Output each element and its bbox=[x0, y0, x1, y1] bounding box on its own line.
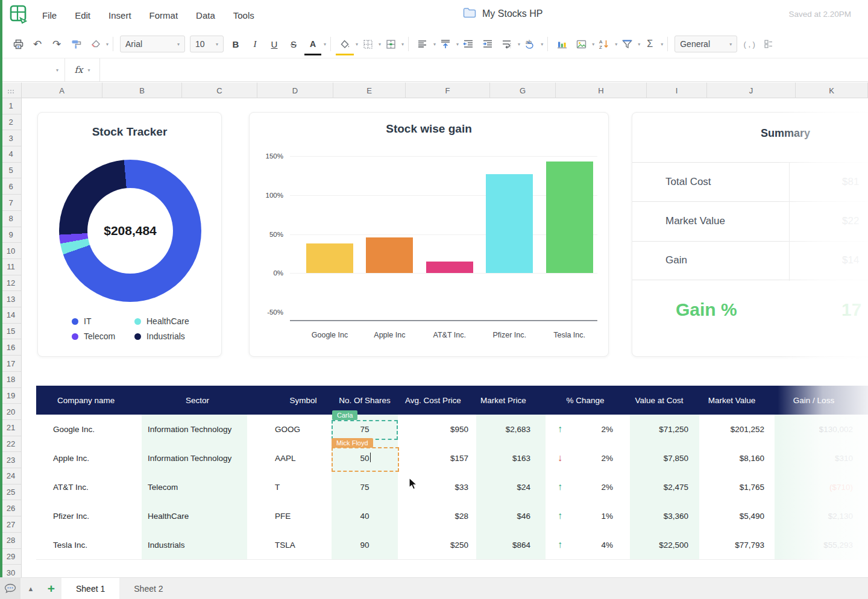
filter-caret[interactable]: ▾ bbox=[638, 42, 640, 47]
chat-button[interactable] bbox=[0, 578, 20, 599]
cell[interactable]: $1,765 bbox=[699, 472, 775, 501]
cell[interactable]: T bbox=[247, 472, 332, 501]
row-header-5[interactable]: 5 bbox=[0, 163, 22, 179]
cell[interactable]: $7,850 bbox=[630, 444, 699, 472]
row-header-21[interactable]: 21 bbox=[0, 420, 22, 436]
strikethrough-button[interactable]: S bbox=[286, 35, 301, 53]
row-header-24[interactable]: 24 bbox=[0, 468, 22, 485]
vertical-align-caret[interactable]: ▾ bbox=[456, 42, 459, 47]
header-sector[interactable]: Sector bbox=[142, 386, 247, 415]
cell[interactable]: $46 bbox=[476, 501, 546, 530]
cell[interactable]: ↑2% bbox=[546, 472, 630, 501]
row-header-27[interactable]: 27 bbox=[0, 516, 22, 533]
cell[interactable]: $950 bbox=[398, 415, 476, 444]
text-color-caret[interactable]: ▾ bbox=[324, 42, 326, 47]
decrease-indent-icon[interactable] bbox=[461, 35, 476, 53]
number-format-select[interactable]: General▾ bbox=[675, 36, 737, 52]
underline-button[interactable]: U bbox=[266, 35, 282, 53]
tab-sheet-1[interactable]: Sheet 1 bbox=[61, 578, 119, 599]
row-header-20[interactable]: 20 bbox=[0, 404, 22, 420]
cell[interactable]: $310 bbox=[775, 444, 868, 472]
sort-caret[interactable]: ▾ bbox=[615, 42, 617, 47]
cell[interactable]: Information Technology bbox=[142, 415, 247, 444]
add-sheet-button[interactable]: + bbox=[41, 578, 61, 599]
row-header-18[interactable]: 18 bbox=[0, 372, 22, 388]
cell[interactable]: $2,475 bbox=[630, 472, 699, 501]
cell[interactable]: $2,130 bbox=[775, 501, 868, 530]
cell[interactable]: HealthCare bbox=[142, 501, 247, 530]
row-header-28[interactable]: 28 bbox=[0, 533, 22, 549]
row-header-29[interactable]: 29 bbox=[0, 549, 22, 565]
cell[interactable]: ↑4% bbox=[546, 530, 630, 559]
column-header-H[interactable]: H bbox=[556, 83, 647, 98]
insert-image-caret[interactable]: ▾ bbox=[592, 42, 594, 47]
bold-button[interactable]: B bbox=[228, 35, 244, 53]
header-market-value[interactable]: Market Value bbox=[699, 386, 775, 415]
select-all-corner[interactable] bbox=[0, 83, 22, 98]
clear-format-icon[interactable] bbox=[87, 35, 103, 53]
row-header-15[interactable]: 15 bbox=[0, 324, 22, 340]
text-color-button[interactable]: A bbox=[305, 35, 321, 53]
header-gain-loss[interactable]: Gain / Loss bbox=[775, 386, 868, 415]
stock-gain-chart-card[interactable]: Stock wise gain 150%100%50%0%-50%Google … bbox=[249, 112, 609, 357]
column-header-K[interactable]: K bbox=[796, 83, 868, 98]
cell[interactable]: Industrials bbox=[142, 530, 247, 559]
table-row-t[interactable]: AT&T Inc.TelecomT75$33$24↑2%$2,475$1,765… bbox=[36, 472, 868, 501]
column-header-D[interactable]: D bbox=[257, 83, 333, 98]
italic-button[interactable]: I bbox=[247, 35, 263, 53]
column-header-J[interactable]: J bbox=[707, 83, 796, 98]
font-size-select[interactable]: 10▾ bbox=[190, 36, 224, 52]
filter-icon[interactable] bbox=[619, 35, 635, 53]
cell[interactable]: Pfizer Inc. bbox=[36, 501, 142, 530]
row-header-7[interactable]: 7 bbox=[0, 195, 22, 211]
sort-icon[interactable]: A Z bbox=[596, 35, 612, 53]
insert-image-icon[interactable] bbox=[573, 35, 589, 53]
cell[interactable]: $163 bbox=[476, 444, 546, 472]
row-header-19[interactable]: 19 bbox=[0, 388, 22, 404]
formula-input[interactable] bbox=[100, 58, 868, 81]
column-header-A[interactable]: A bbox=[22, 83, 102, 98]
column-header-I[interactable]: I bbox=[647, 83, 707, 98]
vertical-align-icon[interactable] bbox=[438, 35, 453, 53]
cell[interactable]: TSLA bbox=[247, 530, 332, 559]
sum-caret[interactable]: ▾ bbox=[661, 42, 663, 47]
row-header-23[interactable]: 23 bbox=[0, 452, 22, 468]
header-value-at-cost[interactable]: Value at Cost bbox=[630, 386, 699, 415]
redo-icon[interactable]: ↷ bbox=[49, 35, 64, 53]
fill-color-caret[interactable]: ▾ bbox=[356, 42, 358, 47]
summary-card[interactable]: Summary Total Cost$81Market Value$22Gain… bbox=[632, 112, 868, 357]
cell[interactable]: 40 bbox=[332, 501, 398, 530]
format-painter-icon[interactable] bbox=[68, 35, 84, 53]
table-row-aapl[interactable]: Apple Inc.Information TechnologyAAPL50$1… bbox=[36, 444, 868, 472]
row-header-10[interactable]: 10 bbox=[0, 243, 22, 259]
header-avg-cost-price[interactable]: Avg. Cost Price bbox=[398, 386, 476, 415]
cell[interactable]: $130,002 bbox=[775, 415, 868, 444]
cell[interactable]: $28 bbox=[398, 501, 476, 530]
increase-indent-icon[interactable] bbox=[480, 35, 495, 53]
sheet-app-logo-icon[interactable] bbox=[10, 5, 28, 27]
cell[interactable]: ↑2% bbox=[546, 415, 630, 444]
cell[interactable]: ↑1% bbox=[546, 501, 630, 530]
table-row-tsla[interactable]: Tesla Inc.IndustrialsTSLA90$250$864↑4%$2… bbox=[36, 530, 868, 559]
cell[interactable]: $22,500 bbox=[630, 530, 699, 559]
cell[interactable]: Google Inc. bbox=[36, 415, 142, 444]
font-family-select[interactable]: Arial▾ bbox=[120, 36, 185, 52]
text-rotate-icon[interactable]: ab bbox=[522, 35, 538, 53]
cell[interactable]: $864 bbox=[476, 530, 546, 559]
table-row-pfe[interactable]: Pfizer Inc.HealthCarePFE40$28$46↑1%$3,36… bbox=[36, 501, 868, 530]
summary-row-2[interactable]: Gain$14 bbox=[632, 241, 868, 280]
row-header-26[interactable]: 26 bbox=[0, 501, 22, 517]
header-market-price[interactable]: Market Price bbox=[476, 386, 546, 415]
menu-data[interactable]: Data bbox=[196, 10, 215, 20]
cell[interactable]: ↓2% bbox=[546, 444, 630, 472]
column-header-E[interactable]: E bbox=[333, 83, 406, 98]
tab-sheet-2[interactable]: Sheet 2 bbox=[119, 578, 177, 599]
text-wrap-icon[interactable] bbox=[499, 35, 515, 53]
menu-tools[interactable]: Tools bbox=[233, 10, 254, 20]
cell[interactable]: $71,250 bbox=[630, 415, 699, 444]
clear-format-caret[interactable]: ▾ bbox=[106, 42, 108, 47]
cell[interactable]: $55,293 bbox=[775, 530, 868, 559]
row-header-6[interactable]: 6 bbox=[0, 179, 22, 195]
row-header-1[interactable]: 1 bbox=[0, 98, 22, 114]
cell[interactable]: PFE bbox=[247, 501, 332, 530]
